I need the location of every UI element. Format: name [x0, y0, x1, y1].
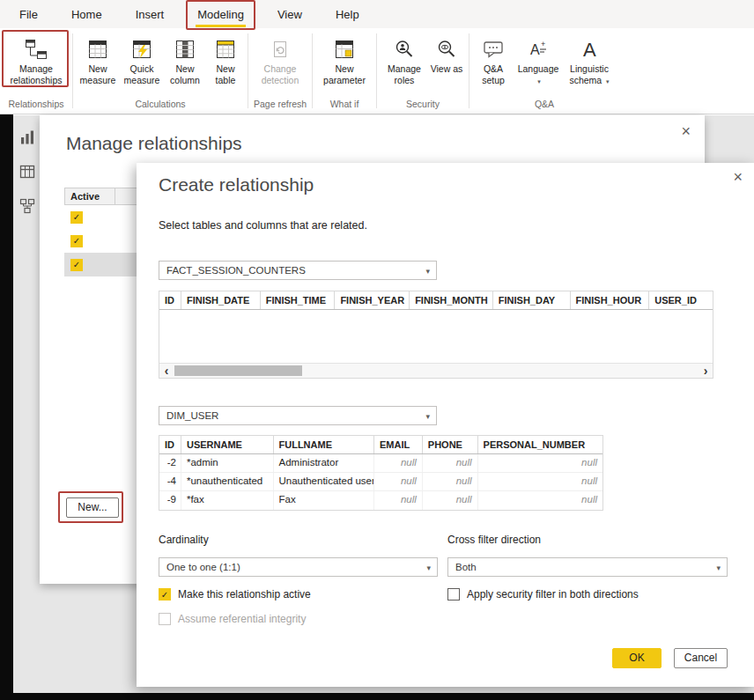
view-as-button[interactable]: View as [428, 33, 465, 75]
close-icon[interactable]: × [733, 171, 743, 183]
tab-modeling-label: Modeling [197, 8, 244, 21]
model-view-button[interactable] [18, 199, 36, 217]
data-view-button[interactable] [18, 165, 36, 182]
manage-roles-button[interactable]: Manage roles [381, 33, 428, 85]
ribbon-group-what-if: New parameter What if [313, 28, 376, 114]
manage-dialog-title: Manage relationships [66, 133, 242, 154]
cell-id: -9 [159, 491, 181, 510]
table2-header-phone[interactable]: PHONE [423, 436, 478, 453]
language-icon: A + [528, 35, 549, 63]
ribbon: Manage relationships Relationships [0, 28, 754, 114]
new-column-button[interactable]: New column [164, 33, 206, 85]
table2-select-value: DIM_USER [166, 410, 218, 421]
cancel-button[interactable]: Cancel [674, 648, 728, 668]
table2-grid: ID USERNAME FULLNAME EMAIL PHONE PERSONA… [159, 435, 603, 511]
svg-text:+: + [541, 40, 545, 48]
table2-header-id[interactable]: ID [159, 436, 181, 453]
qa-setup-button[interactable]: Q&A setup [472, 33, 514, 85]
cardinality-select[interactable]: One to one (1:1) ▾ [159, 557, 438, 577]
make-active-checkbox-row[interactable]: ✓ Make this relationship active [159, 588, 311, 601]
table2-header-email[interactable]: EMAIL [374, 436, 423, 453]
table1-header-id-label: ID [165, 295, 174, 306]
referential-integrity-checkbox-row: Assume referential integrity [159, 613, 306, 625]
security-filter-checkbox-row[interactable]: Apply security filter in both directions [447, 588, 639, 601]
table1-header-finish-hour[interactable]: FINISH_HOUR [571, 291, 650, 309]
table1-header-finish-day[interactable]: FINISH_DAY [493, 291, 571, 309]
bottom-edge-bar [0, 693, 754, 700]
create-dialog-subtitle: Select tables and columns that are relat… [159, 219, 367, 232]
linguistic-schema-button[interactable]: A Linguistic schema ▾ [562, 33, 617, 87]
create-dialog-title: Create relationship [159, 174, 314, 195]
cell-username: *unauthenticated [181, 473, 274, 490]
svg-text:A: A [530, 42, 540, 57]
table1-header-finish-time[interactable]: FINISH_TIME [261, 291, 336, 309]
manage-relationships-button[interactable]: Manage relationships [4, 33, 68, 85]
make-active-checkbox[interactable]: ✓ [159, 588, 171, 601]
table-row[interactable]: -4 *unauthenticated Unauthenticated user… [159, 473, 602, 491]
security-filter-checkbox[interactable] [447, 588, 460, 601]
manage-roles-icon [394, 35, 415, 63]
table1-select[interactable]: FACT_SESSION_COUNTERS ▾ [159, 261, 437, 280]
cell-fullname: Administrator [274, 454, 375, 472]
table2-select[interactable]: DIM_USER ▾ [159, 406, 437, 425]
cross-filter-select[interactable]: Both ▾ [447, 557, 728, 577]
table1-header-id[interactable]: ID [159, 291, 181, 309]
active-checkbox[interactable]: ✓ [70, 259, 83, 271]
scroll-right-icon[interactable]: › [699, 364, 713, 378]
table1-header-finish-month[interactable]: FINISH_MONTH [410, 291, 493, 309]
table1-header-row: ID FINISH_DATE FINISH_TIME FINISH_YEAR F… [159, 291, 713, 310]
table2-header-fullname[interactable]: FULLNAME [274, 436, 375, 453]
view-switcher [18, 130, 36, 217]
new-column-label: New column [164, 63, 206, 85]
new-table-button[interactable]: New table [206, 33, 245, 85]
tab-file[interactable]: File [18, 3, 40, 26]
table1-header-finish-date[interactable]: FINISH_DATE [181, 291, 261, 309]
referential-integrity-checkbox [159, 613, 171, 625]
table2-header-username[interactable]: USERNAME [181, 436, 274, 453]
new-relationship-button[interactable]: New... [66, 497, 119, 518]
language-button[interactable]: A + Language ▾ [514, 33, 562, 87]
quick-measure-icon [132, 35, 152, 63]
tab-home[interactable]: Home [70, 3, 104, 26]
model-view-icon [19, 198, 35, 217]
new-table-label: New table [206, 63, 245, 85]
report-view-button[interactable] [18, 130, 36, 148]
new-parameter-icon [335, 35, 354, 63]
active-checkbox[interactable]: ✓ [70, 235, 83, 247]
group-label-page-refresh: Page refresh [248, 99, 312, 114]
scroll-left-icon[interactable]: ‹ [159, 364, 174, 378]
chevron-down-icon: ▾ [537, 78, 541, 85]
new-parameter-button[interactable]: New parameter [318, 33, 371, 85]
active-column-header[interactable]: Active [65, 188, 115, 204]
new-measure-label: New measure [76, 63, 120, 85]
linguistic-schema-label: Linguistic schema [569, 63, 609, 85]
powerbi-window: File Home Insert Modeling View Help [0, 0, 754, 700]
new-relationship-label: New... [78, 501, 107, 513]
table1-horizontal-scrollbar[interactable]: ‹ › [159, 363, 713, 378]
create-relationship-dialog: Create relationship × Select tables and … [137, 163, 754, 687]
new-measure-button[interactable]: New measure [76, 33, 120, 85]
manage-relationships-label: Manage relationships [4, 63, 68, 85]
new-parameter-label: New parameter [318, 63, 371, 85]
cell-email: null [374, 454, 423, 472]
cell-fullname: Unauthenticated user [274, 473, 375, 490]
view-as-label: View as [431, 63, 463, 75]
table-row[interactable]: -2 *admin Administrator null null null [159, 454, 602, 473]
tab-insert[interactable]: Insert [134, 3, 166, 26]
tab-modeling[interactable]: Modeling [196, 3, 246, 26]
close-icon[interactable]: × [681, 125, 691, 137]
qa-setup-label: Q&A setup [472, 63, 514, 85]
scrollbar-thumb[interactable] [174, 365, 302, 376]
table1-header-finish-year[interactable]: FINISH_YEAR [335, 291, 410, 309]
table1-header-user-id[interactable]: USER_ID [649, 291, 713, 309]
tab-help[interactable]: Help [334, 3, 361, 26]
cell-phone: null [423, 473, 478, 490]
table-row[interactable]: -9 *fax Fax null null null [159, 491, 602, 510]
ok-button[interactable]: OK [612, 648, 662, 668]
table2-header-personal-number[interactable]: PERSONAL_NUMBER [478, 436, 602, 453]
tab-view[interactable]: View [276, 3, 304, 26]
cell-personal-number: null [478, 473, 602, 490]
active-checkbox[interactable]: ✓ [70, 211, 83, 224]
cell-phone: null [423, 454, 478, 472]
quick-measure-button[interactable]: Quick measure [120, 33, 164, 85]
